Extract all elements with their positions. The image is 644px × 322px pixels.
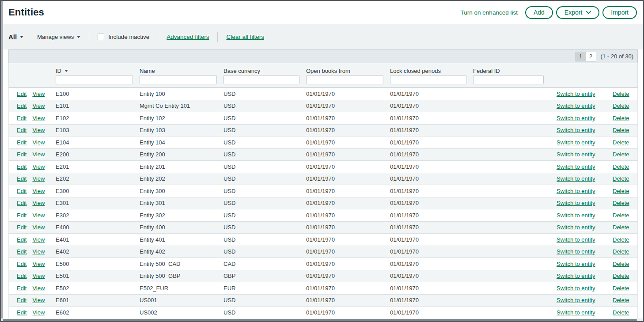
switch-to-entity-link[interactable]: Switch to entity	[557, 151, 595, 158]
edit-link[interactable]: Edit	[17, 285, 27, 292]
switch-to-entity-link[interactable]: Switch to entity	[557, 188, 595, 194]
delete-link[interactable]: Delete	[613, 224, 629, 231]
view-link[interactable]: View	[32, 163, 45, 170]
edit-link[interactable]: Edit	[17, 115, 27, 121]
edit-link[interactable]: Edit	[17, 212, 27, 219]
edit-link[interactable]: Edit	[17, 175, 27, 182]
switch-to-entity-link[interactable]: Switch to entity	[557, 224, 595, 231]
filter-input-federal-id[interactable]	[473, 75, 544, 84]
edit-link[interactable]: Edit	[17, 151, 27, 158]
view-link[interactable]: View	[32, 261, 45, 267]
view-link[interactable]: View	[32, 273, 45, 279]
filter-input-open-books-from[interactable]	[306, 75, 383, 84]
delete-link[interactable]: Delete	[613, 139, 629, 146]
view-link[interactable]: View	[32, 115, 45, 121]
export-button[interactable]: Export	[556, 6, 599, 19]
view-link[interactable]: View	[32, 102, 45, 109]
column-header-open-books-from[interactable]: Open books from	[306, 68, 390, 74]
edit-link[interactable]: Edit	[17, 248, 27, 255]
switch-to-entity-link[interactable]: Switch to entity	[557, 163, 595, 170]
switch-to-entity-link[interactable]: Switch to entity	[557, 248, 595, 255]
delete-link[interactable]: Delete	[613, 285, 629, 292]
delete-link[interactable]: Delete	[613, 127, 629, 133]
view-link[interactable]: View	[32, 309, 45, 316]
page-button-2[interactable]: 2	[586, 52, 596, 61]
switch-to-entity-link[interactable]: Switch to entity	[557, 273, 595, 279]
view-link[interactable]: View	[32, 127, 45, 133]
clear-all-filters-link[interactable]: Clear all filters	[226, 34, 264, 40]
column-header-name[interactable]: Name	[140, 68, 224, 74]
edit-link[interactable]: Edit	[17, 236, 27, 243]
edit-link[interactable]: Edit	[17, 200, 27, 206]
edit-link[interactable]: Edit	[17, 297, 27, 303]
delete-link[interactable]: Delete	[613, 151, 629, 158]
delete-link[interactable]: Delete	[613, 91, 629, 97]
view-link[interactable]: View	[32, 248, 45, 255]
filter-input-id[interactable]	[56, 75, 133, 84]
page-button-1[interactable]: 1	[576, 52, 586, 61]
switch-to-entity-link[interactable]: Switch to entity	[557, 175, 595, 182]
delete-link[interactable]: Delete	[613, 163, 629, 170]
switch-to-entity-link[interactable]: Switch to entity	[557, 261, 595, 267]
switch-to-entity-link[interactable]: Switch to entity	[557, 127, 595, 133]
switch-to-entity-link[interactable]: Switch to entity	[557, 139, 595, 146]
add-button[interactable]: Add	[525, 6, 553, 19]
horizontal-scrollbar-thumb[interactable]	[3, 319, 637, 321]
delete-link[interactable]: Delete	[613, 175, 629, 182]
view-link[interactable]: View	[32, 151, 45, 158]
view-link[interactable]: View	[32, 212, 45, 219]
column-header-lock-closed-periods[interactable]: Lock closed periods	[390, 68, 473, 74]
view-link[interactable]: View	[32, 139, 45, 146]
view-link[interactable]: View	[32, 91, 45, 97]
edit-link[interactable]: Edit	[17, 309, 27, 316]
delete-link[interactable]: Delete	[613, 236, 629, 243]
view-link[interactable]: View	[32, 236, 45, 243]
delete-link[interactable]: Delete	[613, 273, 629, 279]
edit-link[interactable]: Edit	[17, 91, 27, 97]
delete-link[interactable]: Delete	[613, 102, 629, 109]
delete-link[interactable]: Delete	[613, 200, 629, 206]
column-header-id[interactable]: ID	[56, 68, 140, 74]
delete-link[interactable]: Delete	[613, 309, 629, 316]
edit-link[interactable]: Edit	[17, 224, 27, 231]
advanced-filters-link[interactable]: Advanced filters	[167, 34, 209, 40]
include-inactive-checkbox[interactable]	[98, 34, 104, 40]
switch-to-entity-link[interactable]: Switch to entity	[557, 91, 595, 97]
column-header-base-currency[interactable]: Base currency	[224, 68, 306, 74]
view-link[interactable]: View	[32, 175, 45, 182]
import-button[interactable]: Import	[602, 6, 637, 19]
delete-link[interactable]: Delete	[613, 212, 629, 219]
switch-to-entity-link[interactable]: Switch to entity	[557, 297, 595, 303]
switch-to-entity-link[interactable]: Switch to entity	[557, 285, 595, 292]
edit-link[interactable]: Edit	[17, 139, 27, 146]
view-link[interactable]: View	[32, 297, 45, 303]
switch-to-entity-link[interactable]: Switch to entity	[557, 236, 595, 243]
edit-link[interactable]: Edit	[17, 261, 27, 267]
filter-input-lock-closed-periods[interactable]	[390, 75, 466, 84]
switch-to-entity-link[interactable]: Switch to entity	[557, 115, 595, 121]
horizontal-scrollbar[interactable]	[1, 318, 643, 321]
edit-link[interactable]: Edit	[17, 102, 27, 109]
manage-views-dropdown[interactable]: Manage views	[37, 34, 80, 40]
switch-to-entity-link[interactable]: Switch to entity	[557, 309, 595, 316]
view-link[interactable]: View	[32, 200, 45, 206]
switch-to-entity-link[interactable]: Switch to entity	[557, 102, 595, 109]
view-link[interactable]: View	[32, 188, 45, 194]
delete-link[interactable]: Delete	[613, 297, 629, 303]
turn-on-enhanced-list-link[interactable]: Turn on enhanced list	[461, 9, 518, 16]
delete-link[interactable]: Delete	[613, 248, 629, 255]
switch-to-entity-link[interactable]: Switch to entity	[557, 212, 595, 219]
delete-link[interactable]: Delete	[613, 188, 629, 194]
edit-link[interactable]: Edit	[17, 273, 27, 279]
filter-input-name[interactable]	[140, 75, 217, 84]
view-link[interactable]: View	[32, 285, 45, 292]
delete-link[interactable]: Delete	[613, 261, 629, 267]
filter-input-base-currency[interactable]	[224, 75, 299, 84]
view-link[interactable]: View	[32, 224, 45, 231]
view-selector-dropdown[interactable]: All	[8, 33, 23, 41]
edit-link[interactable]: Edit	[17, 188, 27, 194]
switch-to-entity-link[interactable]: Switch to entity	[557, 200, 595, 206]
column-header-federal-id[interactable]: Federal ID	[473, 68, 550, 74]
delete-link[interactable]: Delete	[613, 115, 629, 121]
edit-link[interactable]: Edit	[17, 127, 27, 133]
